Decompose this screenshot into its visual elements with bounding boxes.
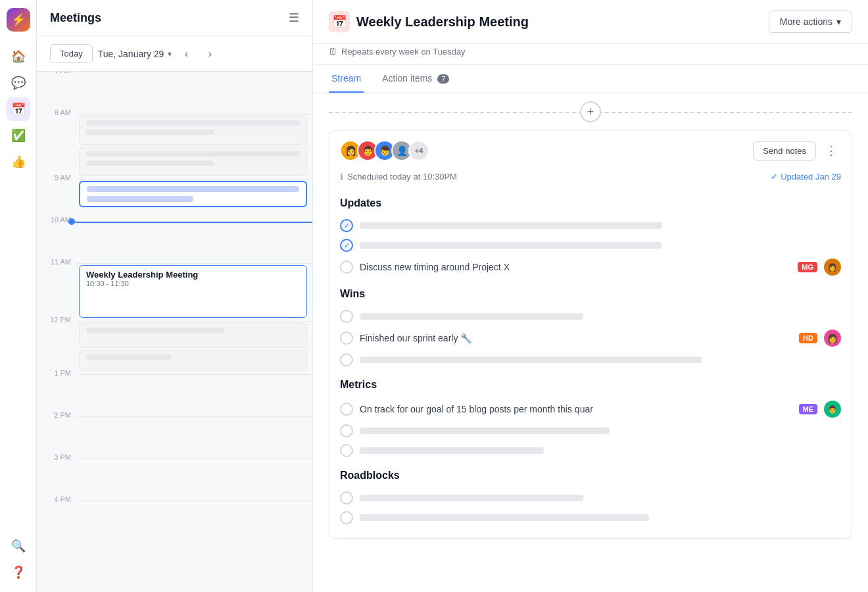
placeholder-line [86, 151, 300, 157]
card-header: 👩 👨 👦 👤 +4 Send notes ⋮ [329, 131, 852, 168]
time-row-1pm: 1 PM [37, 374, 312, 416]
todo-checkbox[interactable] [340, 403, 353, 416]
event-title: Weekly Leadership Meeting [86, 270, 300, 280]
more-actions-label: More actions [780, 16, 832, 27]
nav-feedback-icon[interactable]: 👍 [7, 150, 30, 174]
todo-item[interactable] [340, 235, 841, 255]
today-button[interactable]: Today [50, 44, 93, 63]
todo-item[interactable] [340, 441, 841, 460]
todo-item[interactable] [340, 488, 841, 508]
todo-item-discuss[interactable]: Discuss new timing around Project X MG 👩 [340, 255, 841, 279]
add-section-row: + [313, 93, 868, 130]
scheduled-text: Scheduled today at 10:30PM [347, 172, 457, 182]
event-placeholder-1[interactable] [79, 116, 307, 145]
event-placeholder-2[interactable] [79, 147, 307, 176]
todo-checkbox[interactable] [340, 353, 353, 366]
event-placeholder-3[interactable] [79, 323, 307, 348]
tag-hd: HD [799, 333, 817, 343]
todo-item[interactable] [340, 421, 841, 441]
time-slot-4pm[interactable] [76, 501, 312, 543]
next-date-button[interactable]: › [201, 45, 219, 63]
time-label-7am: 7 AM [37, 72, 76, 74]
time-slot-10am[interactable] [76, 221, 312, 263]
todo-checkbox[interactable] [340, 219, 353, 232]
more-actions-button[interactable]: More actions ▾ [769, 11, 852, 33]
tabs: Stream Action items 7 [313, 65, 868, 93]
time-label-12pm: 12 PM [37, 316, 76, 324]
three-dot-menu[interactable]: ⋮ [821, 142, 841, 159]
todo-placeholder [360, 242, 662, 249]
time-label-3pm: 3 PM [37, 453, 76, 461]
add-section-button[interactable]: + [580, 101, 601, 122]
weekly-leadership-event[interactable]: Weekly Leadership Meeting 10:30 - 11:30 [79, 265, 307, 318]
tab-stream-label: Stream [331, 73, 361, 84]
time-label-4pm: 4 PM [37, 495, 76, 503]
todo-checkbox[interactable] [340, 424, 353, 437]
time-row-10am: 10 AM [37, 221, 312, 263]
tag-me: ME [799, 404, 818, 414]
tab-action-items[interactable]: Action items 7 [379, 65, 452, 93]
time-slot-1pm[interactable] [76, 374, 312, 416]
time-slot-2pm[interactable] [76, 416, 312, 458]
event-selected-1[interactable] [79, 181, 307, 207]
todo-text: Discuss new timing around Project X [360, 262, 788, 272]
time-row-8am: 8 AM [37, 114, 312, 179]
tag-mg: MG [798, 262, 817, 272]
placeholder-line [86, 328, 225, 333]
tab-action-items-label: Action items [382, 73, 432, 84]
todo-item-metrics[interactable]: On track for our goal of 15 blog posts p… [340, 397, 841, 421]
date-selector[interactable]: Tue, January 29 ▾ [98, 49, 172, 59]
send-notes-button[interactable]: Send notes [753, 141, 816, 160]
todo-text: On track for our goal of 15 blog posts p… [360, 404, 790, 414]
todo-placeholder [360, 447, 544, 454]
todo-checkbox[interactable] [340, 310, 353, 323]
nav-help-icon[interactable]: ❓ [7, 560, 30, 584]
current-time-line [71, 222, 312, 223]
time-slot-8am[interactable] [76, 114, 312, 179]
todo-checkbox[interactable] [340, 332, 353, 345]
prev-date-button[interactable]: ‹ [177, 45, 195, 63]
recurring-text: Repeats every week on Tuesday [341, 47, 466, 57]
placeholder-line-short [86, 130, 214, 135]
card-body: Updates Discuss new timing around Projec… [329, 197, 852, 538]
todo-item[interactable] [340, 508, 841, 528]
time-slot-11am[interactable]: Weekly Leadership Meeting 10:30 - 11:30 [76, 263, 312, 321]
todo-placeholder [360, 313, 583, 320]
sidebar: Meetings ☰ Today Tue, January 29 ▾ ‹ › 7… [37, 0, 313, 592]
todo-checkbox[interactable] [340, 511, 353, 524]
todo-item[interactable] [340, 307, 841, 326]
event-placeholder-4[interactable] [79, 350, 307, 371]
todo-item-sprint[interactable]: Finished our sprint early 🔧 HD 👩 [340, 326, 841, 350]
time-slot-3pm[interactable] [76, 458, 312, 501]
chevron-down-icon: ▾ [836, 16, 841, 27]
todo-checkbox[interactable] [340, 260, 353, 274]
main-header: 📅 Weekly Leadership Meeting More actions… [313, 0, 868, 44]
time-label-2pm: 2 PM [37, 411, 76, 419]
time-label-1pm: 1 PM [37, 369, 76, 377]
time-slot-12pm[interactable] [76, 321, 312, 374]
menu-icon[interactable]: ☰ [289, 11, 299, 25]
todo-avatar: 👩 [824, 259, 841, 276]
current-time-dot [68, 218, 75, 225]
tab-stream[interactable]: Stream [329, 65, 364, 93]
calendar-scroll: 7 AM 8 AM 9 AM [37, 72, 312, 592]
nav-chat-icon[interactable]: 💬 [7, 71, 30, 95]
time-slot-9am[interactable] [76, 179, 312, 221]
todo-checkbox[interactable] [340, 239, 353, 252]
time-row-12pm: 12 PM [37, 321, 312, 374]
todo-checkbox[interactable] [340, 491, 353, 505]
time-label-8am: 8 AM [37, 109, 76, 116]
nav-calendar-icon[interactable]: 📅 [7, 97, 30, 121]
placeholder-line [87, 186, 299, 192]
nav-tasks-icon[interactable]: ✅ [7, 124, 30, 147]
nav-home-icon[interactable]: 🏠 [7, 45, 30, 68]
event-time: 10:30 - 11:30 [86, 280, 300, 287]
time-row-3pm: 3 PM [37, 458, 312, 501]
todo-item[interactable] [340, 350, 841, 370]
icon-rail: ⚡ 🏠 💬 📅 ✅ 👍 🔍 ❓ [0, 0, 37, 592]
todo-placeholder [360, 495, 583, 501]
chevron-down-icon: ▾ [168, 49, 172, 59]
nav-search-icon[interactable]: 🔍 [7, 534, 30, 558]
todo-item[interactable] [340, 216, 841, 235]
todo-checkbox[interactable] [340, 444, 353, 457]
